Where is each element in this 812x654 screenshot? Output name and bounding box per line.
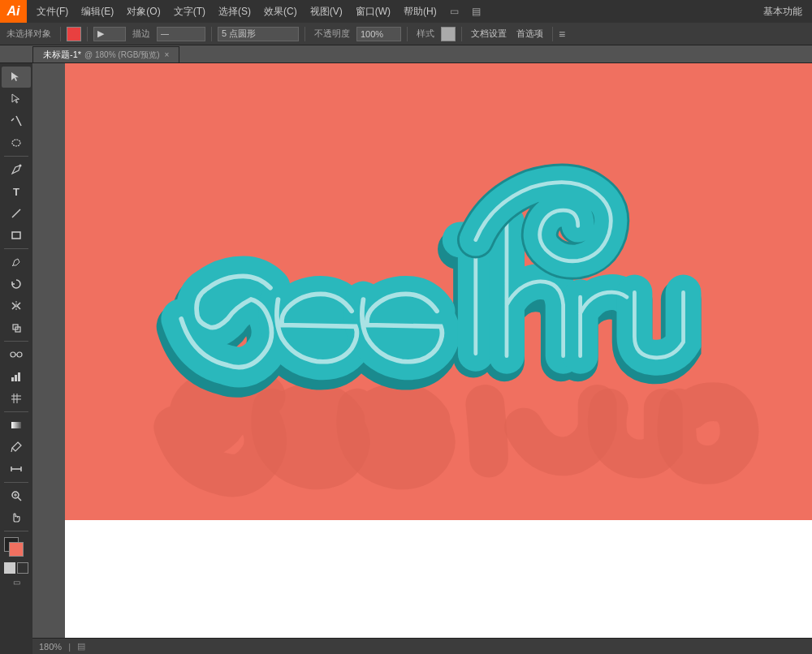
shadow-group: [175, 385, 740, 475]
tool-mesh[interactable]: [2, 388, 31, 409]
menu-icon2[interactable]: ▤: [465, 0, 487, 23]
main-area: T: [0, 63, 812, 654]
screen-mode[interactable]: ▭: [13, 578, 20, 587]
toolbar-sep-6: [461, 27, 462, 41]
opacity-dropdown[interactable]: 100%: [356, 27, 401, 41]
fill-color-box[interactable]: [9, 542, 24, 557]
tool-sep-5: [4, 482, 28, 483]
tool-sep-6: [4, 531, 28, 531]
opacity-label: 不透明度: [311, 28, 353, 40]
menubar: Ai 文件(F) 编辑(E) 对象(O) 文字(T) 选择(S) 效果(C) 视…: [0, 0, 812, 23]
svg-line-25: [18, 497, 21, 501]
style-swatch[interactable]: [441, 27, 456, 41]
tool-magic-wand[interactable]: [2, 110, 31, 131]
menu-object[interactable]: 对象(O): [120, 0, 166, 23]
tool-column-graph[interactable]: [2, 366, 31, 387]
svg-line-0: [16, 116, 21, 126]
tool-sep-2: [4, 248, 28, 249]
menu-view[interactable]: 视图(V): [304, 0, 349, 23]
svg-point-3: [19, 165, 22, 167]
workspace-label: 基本功能: [763, 5, 812, 19]
preferences-button[interactable]: 首选项: [513, 28, 546, 40]
tool-pen[interactable]: [2, 159, 31, 180]
tool-direct-select[interactable]: [2, 88, 31, 110]
stroke-dropdown[interactable]: ▶: [93, 27, 126, 41]
svg-rect-12: [11, 377, 14, 381]
menu-window[interactable]: 窗口(W): [349, 0, 397, 23]
status-bar: 180% | ▤: [32, 638, 812, 654]
style-label: 样式: [413, 28, 438, 40]
normal-mode[interactable]: [4, 562, 15, 574]
tool-eyedropper[interactable]: [2, 437, 31, 458]
tool-gradient[interactable]: [2, 415, 31, 436]
tabbar: 未标题-1* @ 180% (RGB/预览) ×: [0, 45, 812, 63]
menu-help[interactable]: 帮助(H): [397, 0, 443, 23]
tool-blend[interactable]: [2, 344, 31, 365]
menu-type[interactable]: 文字(T): [167, 0, 212, 23]
menu-select[interactable]: 选择(S): [212, 0, 257, 23]
no-selection-label: 未选择对象: [3, 28, 54, 40]
svg-line-4: [12, 209, 20, 217]
tool-measure[interactable]: [2, 458, 31, 480]
tool-line[interactable]: [2, 203, 31, 224]
doc-settings-button[interactable]: 文档设置: [468, 28, 510, 40]
menu-file[interactable]: 文件(F): [30, 0, 75, 23]
stroke-value-dropdown[interactable]: —: [157, 27, 205, 41]
svg-rect-14: [18, 372, 20, 381]
tool-select[interactable]: [2, 67, 31, 88]
panel-icon[interactable]: ≡: [559, 28, 565, 41]
tool-rotate[interactable]: [2, 273, 31, 295]
svg-line-20: [11, 448, 12, 452]
tool-sep-3: [4, 341, 28, 342]
tool-reflect[interactable]: [2, 295, 31, 316]
tab-title: 未标题-1*: [43, 49, 81, 61]
menu-effect[interactable]: 效果(C): [257, 0, 304, 23]
menu-items: 文件(F) 编辑(E) 对象(O) 文字(T) 选择(S) 效果(C) 视图(V…: [27, 0, 763, 23]
toolbar-sep-3: [211, 27, 212, 41]
svg-rect-19: [11, 422, 21, 428]
fill-color[interactable]: [67, 27, 81, 41]
svg-line-1: [11, 118, 14, 121]
color-controls: [4, 537, 28, 560]
svg-point-2: [12, 140, 20, 146]
tool-rectangle[interactable]: [2, 225, 31, 246]
stroke-label: 描边: [129, 28, 153, 40]
tool-scale[interactable]: [2, 317, 31, 338]
svg-point-9: [11, 352, 15, 357]
document-tab[interactable]: 未标题-1* @ 180% (RGB/预览) ×: [32, 46, 179, 62]
mode-buttons: [4, 562, 28, 574]
tool-pencil[interactable]: [2, 252, 31, 273]
tool-lasso[interactable]: [2, 132, 31, 153]
toolbar-sep-1: [60, 27, 61, 41]
toolbar-sep-2: [87, 27, 88, 41]
ai-logo: Ai: [0, 0, 27, 23]
svg-point-10: [17, 352, 22, 357]
tool-sep-1: [4, 156, 28, 157]
quick-mask[interactable]: [17, 562, 28, 574]
tab-info: @ 180% (RGB/预览): [84, 49, 159, 61]
zoom-level[interactable]: 180%: [39, 642, 62, 652]
tool-hand[interactable]: [2, 507, 31, 528]
brush-size-dropdown[interactable]: 5 点圆形: [218, 27, 299, 41]
toolbar-sep-5: [407, 27, 408, 41]
tool-zoom[interactable]: [2, 485, 31, 506]
svg-rect-5: [12, 232, 20, 239]
toolbox: T: [0, 63, 32, 654]
tool-type[interactable]: T: [2, 181, 31, 202]
toolbar-sep-4: [304, 27, 305, 41]
toolbar-sep-7: [552, 27, 553, 41]
artboard[interactable]: [65, 63, 812, 520]
canvas-wrapper[interactable]: [32, 63, 812, 638]
tool-sep-4: [4, 411, 28, 412]
tab-close-button[interactable]: ×: [164, 50, 169, 59]
status-info: ▤: [77, 641, 85, 652]
white-artboard: [65, 520, 812, 638]
svg-rect-13: [15, 375, 17, 381]
canvas-area: 180% | ▤: [32, 63, 812, 654]
artwork-svg: [65, 63, 812, 520]
menu-edit[interactable]: 编辑(E): [75, 0, 120, 23]
menu-icon1[interactable]: ▭: [443, 0, 465, 23]
artboard-indicator: |: [68, 642, 71, 652]
toolbar: 未选择对象 ▶ 描边 — 5 点圆形 不透明度 100% 样式 文档设置 首选项…: [0, 23, 812, 45]
